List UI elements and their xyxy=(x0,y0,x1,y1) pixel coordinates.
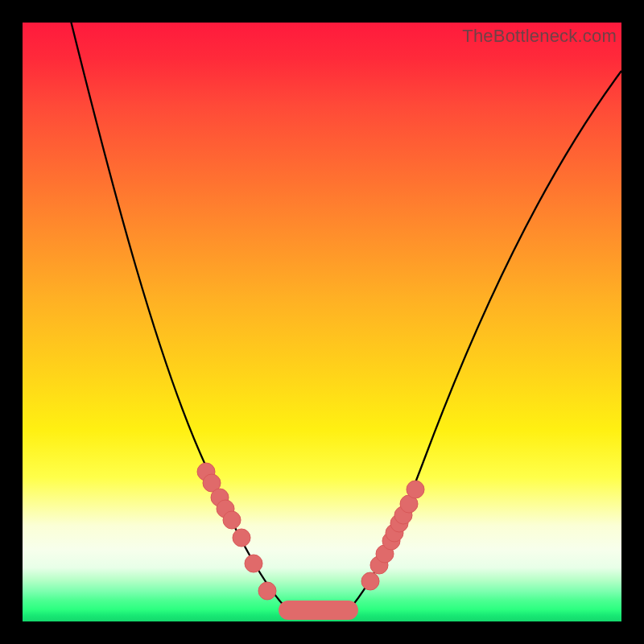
chart-plot-area: TheBottleneck.com xyxy=(23,23,621,621)
right-marker-cluster xyxy=(361,481,424,590)
watermark-text: TheBottleneck.com xyxy=(462,26,617,47)
marker-dot xyxy=(233,529,250,547)
marker-dot xyxy=(245,555,262,572)
marker-dot xyxy=(258,582,276,600)
marker-dot xyxy=(361,572,379,590)
bottleneck-curve xyxy=(69,23,621,610)
marker-dot xyxy=(223,511,241,529)
marker-dot xyxy=(407,481,424,498)
chart-svg xyxy=(23,23,621,621)
